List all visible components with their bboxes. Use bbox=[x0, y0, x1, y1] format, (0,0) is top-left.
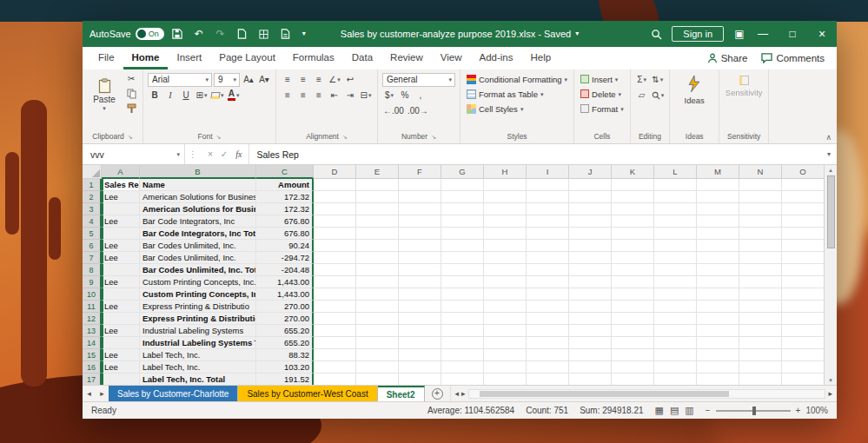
horizontal-scroll-track[interactable] bbox=[468, 389, 826, 399]
maximize-button[interactable]: □ bbox=[778, 21, 807, 47]
cell-G5[interactable] bbox=[441, 228, 484, 240]
enter-check-icon[interactable]: ✓ bbox=[221, 150, 228, 159]
cell-A14[interactable] bbox=[102, 337, 140, 349]
row-header-10[interactable]: 10 bbox=[83, 288, 102, 301]
cell-N14[interactable] bbox=[739, 337, 782, 349]
row-header-16[interactable]: 16 bbox=[83, 361, 102, 374]
redo-icon[interactable]: ↷ bbox=[212, 24, 229, 43]
cell-M2[interactable] bbox=[697, 191, 739, 203]
name-box[interactable]: vvv ▾ bbox=[83, 144, 185, 164]
row-header-4[interactable]: 4 bbox=[83, 215, 102, 228]
cell-O11[interactable] bbox=[782, 301, 824, 313]
cell-E6[interactable] bbox=[356, 240, 399, 252]
cell-K17[interactable] bbox=[612, 374, 654, 385]
column-header-N[interactable]: N bbox=[739, 165, 782, 179]
cell-B2[interactable]: American Solutions for Busines bbox=[140, 191, 256, 203]
cell-I9[interactable] bbox=[527, 276, 569, 288]
cell-I7[interactable] bbox=[527, 252, 569, 264]
cell-C10[interactable]: 1,443.00 bbox=[256, 288, 314, 301]
cell-O6[interactable] bbox=[782, 240, 824, 252]
cell-I8[interactable] bbox=[527, 264, 569, 276]
cell-C8[interactable]: -204.48 bbox=[256, 264, 314, 276]
cell-H17[interactable] bbox=[484, 374, 527, 385]
bold-button[interactable]: B bbox=[148, 89, 162, 102]
cell-F15[interactable] bbox=[399, 349, 441, 361]
cell-A10[interactable] bbox=[102, 288, 140, 301]
cell-C7[interactable]: -294.72 bbox=[256, 252, 314, 264]
cell-D2[interactable] bbox=[314, 191, 356, 203]
cell-G9[interactable] bbox=[441, 276, 484, 288]
cell-L15[interactable] bbox=[654, 349, 697, 361]
cell-O12[interactable] bbox=[782, 313, 824, 325]
conditional-formatting-button[interactable]: Conditional Formatting ▾ bbox=[465, 72, 569, 86]
cell-J10[interactable] bbox=[569, 288, 612, 301]
merge-center-button[interactable]: ⊟ ▾ bbox=[359, 89, 373, 102]
cell-L4[interactable] bbox=[654, 215, 697, 228]
decrease-decimal-button[interactable]: .00→ bbox=[407, 104, 429, 118]
cell-K5[interactable] bbox=[612, 228, 654, 240]
zoom-in-icon[interactable]: + bbox=[796, 407, 801, 415]
cell-J11[interactable] bbox=[569, 301, 612, 313]
cell-I6[interactable] bbox=[527, 240, 569, 252]
scroll-up-icon[interactable]: ▴ bbox=[829, 167, 832, 173]
row-header-9[interactable]: 9 bbox=[83, 276, 102, 288]
comma-style-button[interactable]: , bbox=[414, 89, 427, 102]
cell-B10[interactable]: Custom Printing Concepts, Inc. bbox=[140, 288, 256, 301]
cell-H9[interactable] bbox=[484, 276, 527, 288]
format-as-table-button[interactable]: Format as Table ▾ bbox=[465, 87, 569, 101]
cell-J13[interactable] bbox=[569, 325, 612, 337]
cell-O8[interactable] bbox=[782, 264, 824, 276]
menu-tab-help[interactable]: Help bbox=[522, 47, 560, 69]
font-color-button[interactable]: A ▾ bbox=[227, 89, 241, 102]
cell-N10[interactable] bbox=[739, 288, 782, 301]
cell-E10[interactable] bbox=[356, 288, 399, 301]
cell-G10[interactable] bbox=[441, 288, 484, 301]
cell-O3[interactable] bbox=[782, 203, 824, 215]
fill-color-button[interactable]: ▾ bbox=[210, 89, 225, 102]
cell-C1[interactable]: Amount bbox=[256, 179, 314, 191]
cell-M6[interactable] bbox=[697, 240, 739, 252]
cell-E15[interactable] bbox=[356, 349, 399, 361]
cell-I1[interactable] bbox=[527, 179, 569, 191]
cell-O4[interactable] bbox=[782, 215, 824, 228]
cell-E8[interactable] bbox=[356, 264, 399, 276]
share-button[interactable]: Share bbox=[707, 53, 748, 63]
page-break-view-icon[interactable]: ▥ bbox=[685, 406, 693, 415]
cell-H11[interactable] bbox=[484, 301, 527, 313]
cell-N13[interactable] bbox=[739, 325, 782, 337]
cell-F7[interactable] bbox=[399, 252, 441, 264]
cell-N7[interactable] bbox=[739, 252, 782, 264]
cell-G2[interactable] bbox=[441, 191, 484, 203]
cell-F1[interactable] bbox=[399, 179, 441, 191]
horizontal-scrollbar[interactable]: ◂ ▸ ▸ bbox=[450, 386, 838, 401]
menu-tab-review[interactable]: Review bbox=[381, 47, 432, 69]
dialog-launcher-icon[interactable]: ↘ bbox=[342, 134, 348, 140]
cell-L13[interactable] bbox=[654, 325, 697, 337]
cell-L6[interactable] bbox=[654, 240, 697, 252]
cell-E2[interactable] bbox=[356, 191, 399, 203]
cell-C13[interactable]: 655.20 bbox=[256, 325, 314, 337]
cell-K3[interactable] bbox=[612, 203, 654, 215]
cell-G8[interactable] bbox=[441, 264, 484, 276]
cell-N15[interactable] bbox=[739, 349, 782, 361]
italic-button[interactable]: I bbox=[163, 89, 177, 102]
increase-decimal-button[interactable]: ←.00 bbox=[382, 104, 405, 118]
cell-D5[interactable] bbox=[314, 228, 356, 240]
cell-G3[interactable] bbox=[441, 203, 484, 215]
cell-N9[interactable] bbox=[739, 276, 782, 288]
cell-N16[interactable] bbox=[739, 361, 782, 374]
cell-K10[interactable] bbox=[612, 288, 654, 301]
cell-F10[interactable] bbox=[399, 288, 441, 301]
cell-J1[interactable] bbox=[569, 179, 612, 191]
row-header-13[interactable]: 13 bbox=[83, 325, 102, 337]
cell-A15[interactable]: Lee bbox=[102, 349, 140, 361]
cell-H7[interactable] bbox=[484, 252, 527, 264]
cell-E4[interactable] bbox=[356, 215, 399, 228]
save-icon[interactable] bbox=[169, 24, 186, 43]
align-left-button[interactable]: ≡ bbox=[281, 89, 295, 102]
cell-G7[interactable] bbox=[441, 252, 484, 264]
sheet-nav-right-icon[interactable]: ▸ bbox=[96, 386, 109, 401]
cell-B7[interactable]: Bar Codes Unlimited, Inc. bbox=[140, 252, 256, 264]
zoom-out-icon[interactable]: − bbox=[706, 407, 711, 415]
cell-L2[interactable] bbox=[654, 191, 697, 203]
